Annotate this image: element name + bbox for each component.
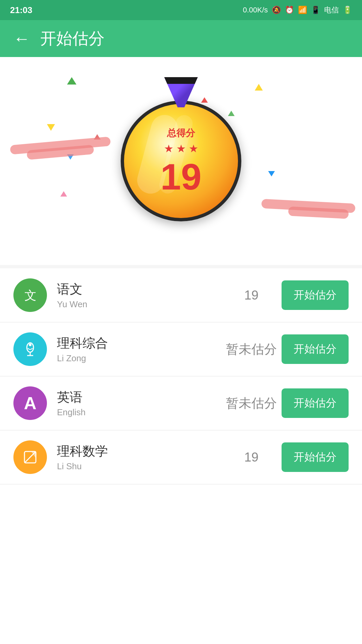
start-score-button-english[interactable]: 开始估分 <box>282 388 349 418</box>
svg-point-4 <box>29 343 32 346</box>
status-time: 21:03 <box>10 5 33 15</box>
star-1: ★ <box>164 142 174 155</box>
subject-icon-english: A <box>13 386 47 420</box>
medal: 总得分 ★ ★ ★ 19 <box>121 77 241 221</box>
subject-score-yuwen: 19 <box>221 288 282 303</box>
subject-name-en-english: English <box>57 407 221 418</box>
battery-icon: 🔋 <box>343 6 352 14</box>
bottom-area <box>0 484 362 644</box>
medal-score: 19 <box>161 158 201 195</box>
subject-item-english: A 英语 English 暂未估分 开始估分 <box>0 376 362 430</box>
subject-name-en-yuwen: Yu Wen <box>57 299 221 310</box>
status-bar: 21:03 0.00K/s 🔕 ⏰ 📶 📱 电信 🔋 <box>0 0 362 20</box>
subject-name-zh-lishu: 理科数学 <box>57 443 221 460</box>
subject-info-lishu: 理科数学 Li Shu <box>57 443 221 472</box>
network-speed: 0.00K/s <box>243 6 268 14</box>
subject-info-english: 英语 English <box>57 389 221 418</box>
subject-score-lizong: 暂未估分 <box>221 341 282 358</box>
subject-name-zh-yuwen: 语文 <box>57 281 221 298</box>
subject-name-zh-lizong: 理科综合 <box>57 335 221 352</box>
star-2: ★ <box>176 142 186 155</box>
subject-icon-yuwen: 文 <box>13 278 47 312</box>
subject-icon-lizong <box>13 332 47 366</box>
start-score-button-lishu[interactable]: 开始估分 <box>282 442 349 472</box>
subject-item-lishu: 理科数学 Li Shu 19 开始估分 <box>0 430 362 484</box>
status-icons: 0.00K/s 🔕 ⏰ 📶 📱 电信 🔋 <box>243 5 352 15</box>
medal-stars: ★ ★ ★ <box>164 142 198 155</box>
start-score-button-yuwen[interactable]: 开始估分 <box>282 280 349 310</box>
signal-icon: 📱 <box>311 6 320 14</box>
start-score-button-lizong[interactable]: 开始估分 <box>282 334 349 364</box>
app-header: ← 开始估分 <box>0 20 362 57</box>
subject-score-lishu: 19 <box>221 450 282 465</box>
carrier-name: 电信 <box>324 5 339 15</box>
subject-name-en-lizong: Li Zong <box>57 353 221 364</box>
subject-name-en-lishu: Li Shu <box>57 461 221 472</box>
subject-info-lizong: 理科综合 Li Zong <box>57 335 221 364</box>
medal-circle: 总得分 ★ ★ ★ 19 <box>121 101 241 221</box>
subject-item-yuwen: 文 语文 Yu Wen 19 开始估分 <box>0 268 362 322</box>
subject-score-english: 暂未估分 <box>221 395 282 412</box>
medal-label: 总得分 <box>167 127 195 140</box>
subject-icon-lishu <box>13 440 47 474</box>
medal-section: 总得分 ★ ★ ★ 19 <box>0 57 362 265</box>
subject-item-lizong: 理科综合 Li Zong 暂未估分 开始估分 <box>0 322 362 376</box>
page-title: 开始估分 <box>40 28 105 49</box>
alarm-icon: ⏰ <box>285 6 294 14</box>
svg-text:文: 文 <box>24 289 37 302</box>
mute-icon: 🔕 <box>272 6 281 14</box>
subject-name-zh-english: 英语 <box>57 389 221 406</box>
subject-list: 文 语文 Yu Wen 19 开始估分 理科综合 Li Zong 暂未估分 开始… <box>0 268 362 484</box>
subject-info-yuwen: 语文 Yu Wen <box>57 281 221 310</box>
back-button[interactable]: ← <box>13 30 30 47</box>
wifi-icon: 📶 <box>298 6 307 14</box>
star-3: ★ <box>189 142 198 155</box>
